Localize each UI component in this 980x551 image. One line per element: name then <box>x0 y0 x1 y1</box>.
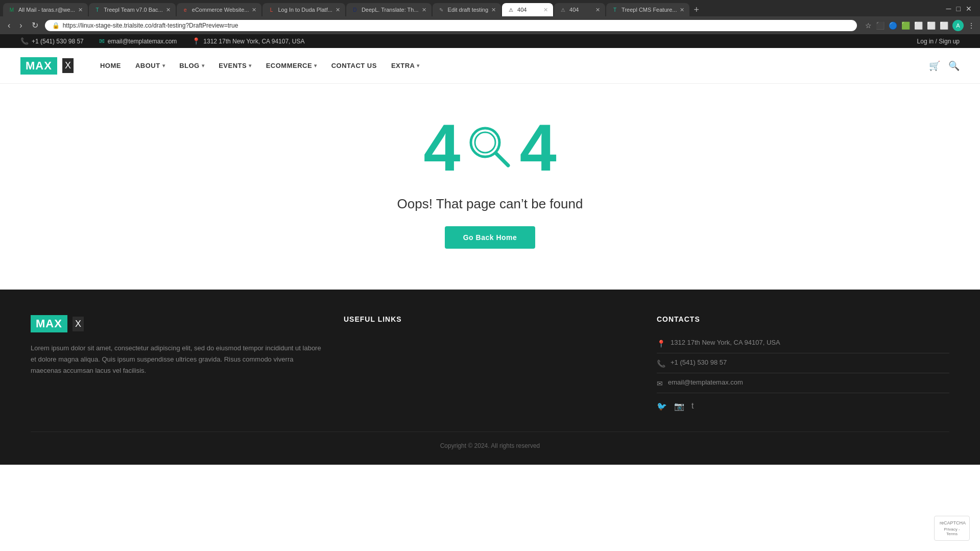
footer-email-icon: ✉ <box>657 379 663 388</box>
email-address: email@templatemax.com <box>108 38 177 45</box>
extension-icon-6[interactable]: ⬜ <box>940 21 948 30</box>
footer-email-text: email@templatemax.com <box>668 378 743 386</box>
footer-bottom: Copyright © 2024. All rights reserved <box>31 432 949 449</box>
tab-404-active[interactable]: ⚠ 404 ✕ <box>502 3 553 16</box>
nav-link-ecommerce[interactable]: ECOMMERCE ▾ <box>260 58 323 74</box>
cart-icon[interactable]: 🛒 <box>929 60 940 71</box>
footer-social: 🐦 📷 t <box>657 401 949 411</box>
extension-icon-4[interactable]: ⬜ <box>914 21 923 30</box>
footer-col-brand: MAXX Lorem ipsum dolor sit amet, consect… <box>31 315 323 411</box>
footer-phone-text: +1 (541) 530 98 57 <box>671 358 727 366</box>
main-nav: MAXX HOME ABOUT ▾ BLOG ▾ <box>0 48 980 84</box>
address-bar[interactable]: 🔒 https://linux-stage-site.trialsite.co/… <box>45 20 857 31</box>
nav-item-home[interactable]: HOME <box>94 58 127 74</box>
ssl-lock-icon: 🔒 <box>52 22 60 29</box>
footer-logo-x: X <box>73 317 84 331</box>
svg-point-1 <box>475 132 495 153</box>
extension-icon-5[interactable]: ⬜ <box>927 21 936 30</box>
close-window-button[interactable]: ✕ <box>966 5 972 13</box>
tab-label-edit-draft: Edit draft testing <box>448 7 489 13</box>
oops-text: Oops! That page can’t be found <box>397 196 583 212</box>
footer: MAXX Lorem ipsum dolor sit amet, consect… <box>0 290 980 465</box>
chevron-down-icon: ▾ <box>417 63 420 68</box>
extension-icon-3[interactable]: 🟩 <box>901 21 910 30</box>
tab-close-treepl-cms[interactable]: ✕ <box>680 7 684 13</box>
logo-text[interactable]: MAX <box>20 57 57 75</box>
extension-icon-2[interactable]: 🔵 <box>889 21 897 30</box>
chevron-down-icon: ▾ <box>314 63 317 68</box>
browser-icons: ☆ ⬛ 🔵 🟩 ⬜ ⬜ ⬜ A ⋮ <box>865 20 975 31</box>
go-back-home-button[interactable]: Go Back Home <box>445 226 536 249</box>
chrome-menu-icon[interactable]: ⋮ <box>968 21 975 30</box>
tab-gmail[interactable]: M All Mail - taras.r@we... ✕ <box>3 3 88 16</box>
url-text: https://linux-stage-site.trialsite.co/dr… <box>63 22 238 29</box>
tab-close-gmail[interactable]: ✕ <box>78 7 83 13</box>
back-button[interactable]: ‹ <box>5 20 13 31</box>
chevron-down-icon: ▾ <box>202 63 205 68</box>
info-bar: 📞 +1 (541) 530 98 57 ✉ email@templatemax… <box>0 34 980 48</box>
tab-treepl[interactable]: T Treepl Team v7.0 Bac... ✕ <box>89 3 176 16</box>
tab-404[interactable]: ⚠ 404 ✕ <box>554 3 605 16</box>
tab-close-deepl[interactable]: ✕ <box>422 7 426 13</box>
tab-favicon-gmail: M <box>8 6 15 13</box>
tab-close-ecommerce[interactable]: ✕ <box>252 7 256 13</box>
extension-icon-1[interactable]: ⬛ <box>876 21 885 30</box>
login-link[interactable]: Log in / Sign up <box>917 38 960 45</box>
tab-treepl-cms[interactable]: T Treepl CMS Feature... ✕ <box>606 3 689 16</box>
nav-link-about[interactable]: ABOUT ▾ <box>129 58 171 74</box>
nav-item-about[interactable]: ABOUT ▾ <box>129 58 171 74</box>
bookmark-icon[interactable]: ☆ <box>865 21 872 30</box>
tab-deepl[interactable]: D DeepL. Translate: Th... ✕ <box>346 3 432 16</box>
first-four: 4 <box>423 114 460 181</box>
tab-label-404: 404 <box>569 7 579 13</box>
reload-button[interactable]: ↻ <box>29 19 41 31</box>
website-content: 📞 +1 (541) 530 98 57 ✉ email@templatemax… <box>0 34 980 465</box>
tab-label-duda: Log In to Duda Platf... <box>278 7 332 13</box>
minimize-button[interactable]: ─ <box>946 5 951 13</box>
phone-item: 📞 +1 (541) 530 98 57 <box>20 37 84 45</box>
location-icon: 📍 <box>192 37 200 45</box>
tab-close-404-active[interactable]: ✕ <box>543 7 548 13</box>
new-tab-button[interactable]: + <box>690 5 702 15</box>
tab-favicon-treepl-cms: T <box>611 6 618 13</box>
nav-link-home[interactable]: HOME <box>94 58 127 74</box>
footer-address-item: 📍 1312 17th New York, CA 94107, USA <box>657 333 949 353</box>
page-404: 4 4 Oops! That page can’t be found Go Ba… <box>0 84 980 290</box>
tab-close-treepl[interactable]: ✕ <box>166 7 171 13</box>
tab-close-edit-draft[interactable]: ✕ <box>491 7 496 13</box>
twitter-link[interactable]: 🐦 <box>657 401 667 411</box>
tab-close-404[interactable]: ✕ <box>595 7 600 13</box>
maximize-button[interactable]: □ <box>957 5 961 13</box>
nav-item-blog[interactable]: BLOG ▾ <box>173 58 210 74</box>
tumblr-link[interactable]: t <box>691 401 694 411</box>
nav-link-contact[interactable]: CONTACT US <box>325 58 383 74</box>
svg-line-2 <box>496 154 508 165</box>
nav-item-extra[interactable]: EXTRA ▾ <box>385 58 426 74</box>
nav-link-events[interactable]: EVENTS ▾ <box>212 58 258 74</box>
four-oh-four-display: 4 4 <box>423 114 557 181</box>
tab-bar: M All Mail - taras.r@we... ✕ T Treepl Te… <box>0 0 980 16</box>
footer-logo-wrap: MAXX <box>31 315 323 332</box>
profile-icon[interactable]: A <box>952 20 964 31</box>
nav-item-ecommerce[interactable]: ECOMMERCE ▾ <box>260 58 323 74</box>
address-bar-row: ‹ › ↻ 🔒 https://linux-stage-site.trialsi… <box>0 16 980 34</box>
tab-ecommerce[interactable]: e eCommerce Website... ✕ <box>177 3 262 16</box>
nav-link-blog[interactable]: BLOG ▾ <box>173 58 210 74</box>
tab-favicon-deepl: D <box>351 6 358 13</box>
forward-button[interactable]: › <box>17 20 25 31</box>
instagram-link[interactable]: 📷 <box>674 401 684 411</box>
chevron-down-icon: ▾ <box>162 63 165 68</box>
nav-item-contact[interactable]: CONTACT US <box>325 58 383 74</box>
footer-useful-links-title: USEFUL LINKS <box>344 315 636 323</box>
nav-item-events[interactable]: EVENTS ▾ <box>212 58 258 74</box>
footer-phone-icon: 📞 <box>657 360 665 368</box>
search-icon[interactable]: 🔍 <box>948 60 960 71</box>
email-icon: ✉ <box>99 37 105 45</box>
logo-x: X <box>62 58 74 73</box>
tab-close-duda[interactable]: ✕ <box>336 7 340 13</box>
tab-label-treepl: Treepl Team v7.0 Bac... <box>104 7 163 13</box>
nav-link-extra[interactable]: EXTRA ▾ <box>385 58 426 74</box>
address-item: 📍 1312 17th New York, CA 94107, USA <box>192 37 304 45</box>
tab-duda[interactable]: L Log In to Duda Platf... ✕ <box>262 3 345 16</box>
tab-edit-draft[interactable]: ✎ Edit draft testing ✕ <box>433 3 501 16</box>
